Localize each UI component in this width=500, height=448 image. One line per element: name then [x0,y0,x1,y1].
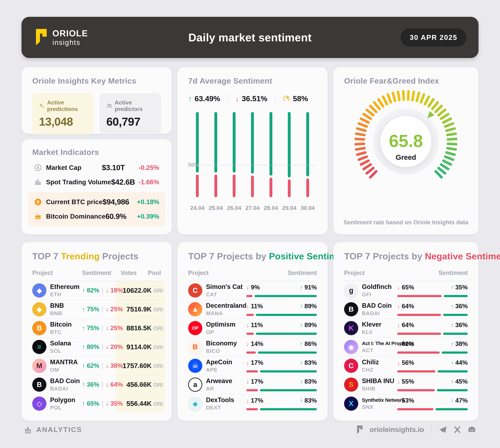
negative-segment [214,175,217,197]
down-arrow-icon: ↓ [235,95,239,103]
om-icon: M [32,359,46,373]
sentiment-cell: ↓14%↑86% [246,340,317,354]
positive-bar [444,295,468,297]
col-project: Project [32,269,82,276]
discord-icon[interactable] [467,425,476,434]
trending-rows: ◆EthereumETH↑ 82%|↓ 18%10622.0KORI◆BNBBN… [32,281,161,413]
sentiment-bar [251,112,254,197]
dext-icon: ◈ [188,397,202,411]
pool-cell: 14.0KORI [134,343,161,351]
project-cell: CSimon's CatCAT [188,283,246,298]
gauge-tick [393,93,395,101]
telegram-icon[interactable] [439,425,447,434]
pool-cell: 16.5KORI [134,324,161,332]
sentiment-values: ↓64%↑36% [397,321,468,329]
active-predictions-label: Active predictions [47,99,87,112]
positive-bar [438,370,468,372]
project-cell: OPOptimismOP [188,321,246,335]
sentiment-values: ↓9%↑91% [246,284,317,291]
sentiment-values: ↓17%↑83% [246,378,317,385]
project-cell: BBiconomyBICO [188,340,246,354]
sentiment-cell: ↓65%↑35% [397,284,468,297]
project-cell: ☠ApeCoinAPE [188,359,246,373]
shib-icon: S [344,378,358,392]
positive-sentiment: ↑ 36% [82,381,99,388]
col-project: Project [188,269,246,276]
segment-gap [214,173,217,175]
pool-unit: ORI [153,306,163,313]
indicator-label: Spot Trading Volume [46,178,111,186]
klv-icon: K [344,321,358,335]
indicator-change: -1.66% [135,178,159,186]
gauge-tick [356,134,364,135]
negative-bar [397,333,441,335]
gauge-tick [445,123,453,127]
positive-bar [256,333,317,335]
table-row: CChilizCHZ↓56%↑44% [344,356,468,375]
negative-sentiment: ↓ 25% [106,306,123,313]
project-cell: ≡SolanaSOL [32,340,82,354]
sentiment-stats: ↑ 63.49% ↓ 36.51% [188,93,317,105]
project-name: DexTools [206,396,234,404]
project-ticker: CHZ [362,367,379,373]
positive-sentiment: ↑ 82% [82,287,99,294]
indicator-label: Bitcoin Dominance [46,213,105,220]
col-sentiment: Sentiment [246,269,317,276]
sentiment-bar [214,112,217,197]
sentiment-cell: ↑ 36%|↓ 64% [82,381,121,388]
positive-bar [260,389,317,391]
badai-icon: B [32,378,46,392]
sentiment-split-bar [246,333,317,335]
gauge-tick [383,97,387,104]
gauge-tick [367,168,373,173]
sentiment-cell: ↓17%↑83% [246,359,317,372]
up-arrow-icon: ↑ [451,322,454,328]
sentiment-split-bar [246,389,317,391]
positive-value: ↑83% [300,378,317,385]
project-name: BNB [50,302,64,309]
sparkles-icon [39,102,44,109]
active-predictors-stat: Active predictors 60,797 [100,93,161,134]
page-title: Daily market sentiment [188,31,312,44]
pool-unit: ORI [153,382,163,388]
positive-value: ↑38% [451,340,468,347]
positive-segment [251,112,254,174]
project-ticker: MANA [206,310,246,317]
negative-bar [246,389,258,391]
fear-greed-caption: Sentiment rate based on Oriole Insights … [333,219,479,226]
pool-cell: 6.66KORI [134,381,161,388]
project-info: ChilizCHZ [362,359,379,373]
negative-sentiment: ↓ 25% [106,325,123,332]
indicator-row: Bitcoin Dominance60.9%+0.39% [34,209,159,224]
table-row: BBitcoinBTC↑ 75%|↓ 25%8816.5KORI [32,319,161,338]
gauge-tick [441,164,448,169]
x-axis-label: 28.04 [264,205,278,211]
site-link[interactable]: orioleinsights.io [370,426,424,434]
gauge-tick [359,157,367,160]
project-cell: ▲DecentralandMANA [188,302,246,317]
footer: ANALYTICS orioleinsights.io [21,425,479,434]
positive-value: ↑83% [300,397,317,404]
down-arrow-icon: ↓ [246,378,249,385]
volume-bars-icon [34,178,42,186]
project-name: Optimism [206,321,235,328]
gauge-tick [448,144,456,144]
project-cell: XSynthetix NetworkSNX [344,397,397,411]
pool-unit: ORI [153,288,163,294]
up-arrow-icon: ↑ [300,284,303,291]
project-info: BAD CoinBADAI [362,302,392,317]
project-name: Goldfinch [362,283,392,290]
crown-icon [34,212,42,221]
negative-title: TOP 7 Projects by Negative Sentiment [344,251,468,261]
negative-value: ↓55% [397,378,414,385]
gauge-tick [361,160,369,164]
up-arrow-icon: ↑ [451,284,454,291]
gauge-tick [417,93,419,101]
x-icon[interactable] [453,425,462,434]
positive-sentiment: ↑ 80% [82,343,99,350]
negative-sentiment: ↓ 18% [106,287,123,294]
positive-bar [260,408,317,410]
indicator-value: 60.9% [105,212,126,221]
indicator-row: BCurrent BTC price$94,986+0.18% [34,195,159,209]
gauge-tick [421,95,424,102]
